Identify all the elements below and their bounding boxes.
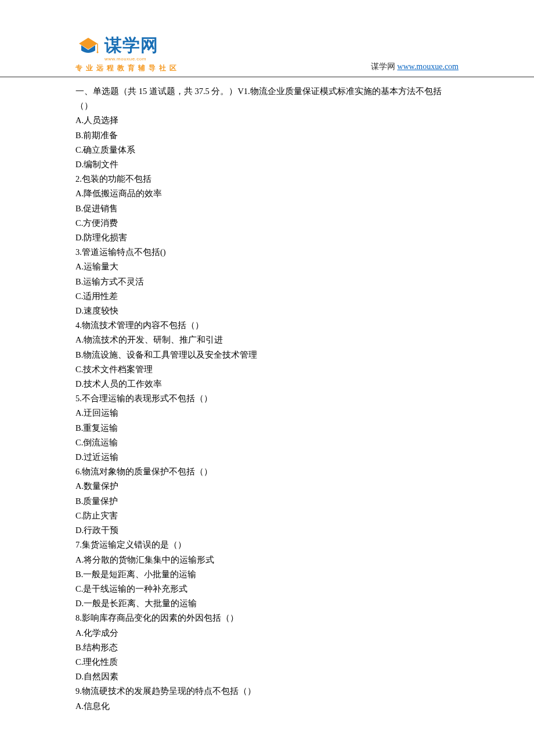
option: A.物流技术的开发、研制、推广和引进 [75,333,459,347]
question-stem: 9.物流硬技术的发展趋势呈现的特点不包括（） [75,684,459,699]
svg-point-1 [97,51,99,53]
option: A.人员选择 [75,113,459,128]
option: C.倒流运输 [75,435,459,450]
option: B.运输方式不灵活 [75,275,459,289]
logo-url: www.mouxue.com [104,56,146,62]
logo-block: 谋学网 www.mouxue.com 专业远程教育辅导社区 [75,34,180,73]
option: A.信息化 [75,699,459,714]
option: C.是干线运输的一种补充形式 [75,582,459,596]
content: 一、单选题（共 15 道试题，共 37.5 分。）V1.物流企业质量保证模式标准… [0,82,534,748]
question-stem: 4.物流技术管理的内容不包括（） [75,318,459,333]
option: B.一般是短距离、小批量的运输 [75,567,459,582]
option: A.迂回运输 [75,406,459,420]
option: A.化学成分 [75,626,459,640]
option: C.确立质量体系 [75,143,459,157]
site-link[interactable]: www.mouxue.com [397,62,459,71]
question-stem: 5.不合理运输的表现形式不包括（） [75,391,459,406]
logo-top: 谋学网 [75,34,158,57]
option: C.适用性差 [75,289,459,304]
option: D.自然因素 [75,669,459,684]
question-stem: 6.物流对象物的质量保护不包括（） [75,465,459,479]
option: B.前期准备 [75,128,459,143]
option: D.行政干预 [75,523,459,538]
option: A.运输量大 [75,260,459,274]
option: C.技术文件档案管理 [75,362,459,377]
question-stem: 2.包装的功能不包括 [75,172,459,186]
page-header: 谋学网 www.mouxue.com 专业远程教育辅导社区 谋学网 www.mo… [0,0,534,77]
logo-text-wrap: 谋学网 [104,34,158,57]
section-header: 一、单选题（共 15 道试题，共 37.5 分。）V1.物流企业质量保证模式标准… [75,84,459,113]
logo-text: 谋学网 [104,34,158,57]
logo-icon [75,35,101,56]
header-right: 谋学网 www.mouxue.com [371,62,459,72]
logo-subtitle: 专业远程教育辅导社区 [75,63,180,73]
option: D.一般是长距离、大批量的运输 [75,596,459,611]
option: D.防理化损害 [75,231,459,245]
option: D.过近运输 [75,450,459,465]
option: C.方便消费 [75,216,459,231]
option: D.速度较快 [75,304,459,318]
option: C.理化性质 [75,655,459,669]
option: B.促进销售 [75,201,459,216]
option: A.降低搬运商品的效率 [75,186,459,201]
site-label: 谋学网 [371,62,395,71]
option: B.结构形态 [75,640,459,655]
option: C.防止灾害 [75,509,459,523]
option: A.数量保护 [75,479,459,494]
option: B.物流设施、设备和工具管理以及安全技术管理 [75,348,459,362]
option: D.技术人员的工作效率 [75,377,459,391]
option: D.编制文件 [75,157,459,172]
option: A.将分散的货物汇集集中的运输形式 [75,553,459,567]
question-stem: 7.集货运输定义错误的是（） [75,538,459,552]
question-stem: 3.管道运输特点不包括() [75,245,459,260]
option: B.质量保护 [75,494,459,509]
question-stem: 8.影响库存商品变化的因素的外因包括（） [75,611,459,625]
option: B.重复运输 [75,421,459,435]
